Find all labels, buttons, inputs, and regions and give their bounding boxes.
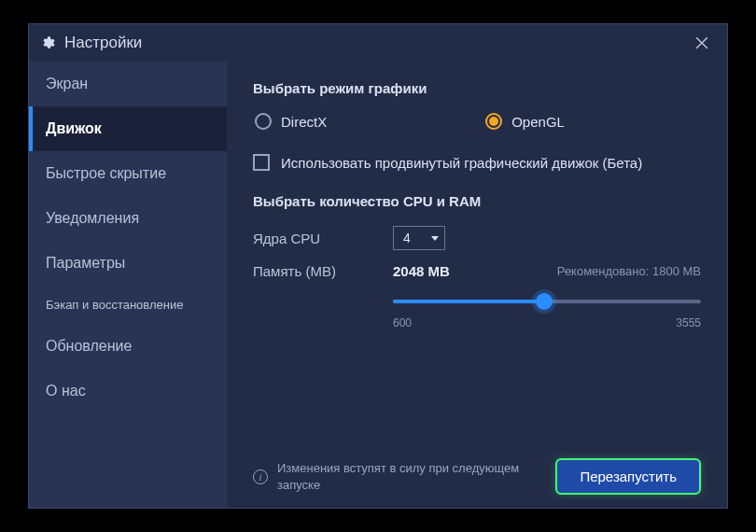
sidebar-item-bosskey[interactable]: Быстрое скрытие bbox=[29, 151, 227, 196]
info-icon: i bbox=[253, 469, 268, 484]
gear-icon bbox=[40, 35, 55, 50]
sidebar-item-label: О нас bbox=[46, 383, 86, 399]
advanced-engine-row: Использовать продвинутый графический дви… bbox=[253, 154, 701, 171]
memory-value: 2048 MB bbox=[393, 263, 450, 279]
sidebar-item-label: Движок bbox=[46, 120, 102, 136]
sidebar-item-label: Уведомления bbox=[46, 210, 139, 226]
sidebar-item-engine[interactable]: Движок bbox=[29, 106, 227, 151]
cpuram-title: Выбрать количество CPU и RAM bbox=[253, 193, 701, 209]
graphics-mode-group: DirectX OpenGL bbox=[253, 113, 701, 130]
advanced-engine-checkbox[interactable] bbox=[253, 154, 270, 171]
radio-label: OpenGL bbox=[511, 114, 565, 130]
slider-min-label: 600 bbox=[393, 316, 412, 329]
slider-thumb[interactable] bbox=[536, 293, 553, 310]
footer: i Изменения вступят в силу при следующем… bbox=[253, 447, 701, 495]
sidebar-item-backup[interactable]: Бэкап и восстановление bbox=[29, 286, 227, 324]
sidebar: Экран Движок Быстрое скрытие Уведомления… bbox=[29, 62, 227, 508]
slider-max-label: 3555 bbox=[676, 316, 701, 329]
graphics-mode-title: Выбрать режим графики bbox=[253, 80, 701, 96]
radio-label: DirectX bbox=[281, 114, 327, 130]
memory-slider[interactable]: 600 3555 bbox=[393, 300, 701, 329]
radio-opengl[interactable]: OpenGL bbox=[485, 113, 565, 130]
cpu-cores-row: Ядра CPU 4 bbox=[253, 226, 701, 250]
radio-icon bbox=[255, 113, 272, 130]
sidebar-item-update[interactable]: Обновление bbox=[29, 324, 227, 369]
sidebar-item-notifications[interactable]: Уведомления bbox=[29, 196, 227, 241]
slider-range-labels: 600 3555 bbox=[393, 316, 701, 329]
restart-button-label: Перезапустить bbox=[580, 469, 677, 484]
sidebar-item-label: Обновление bbox=[46, 338, 132, 354]
close-button[interactable] bbox=[688, 29, 716, 57]
sidebar-item-label: Бэкап и восстановление bbox=[46, 298, 183, 312]
window-title: Настройки bbox=[64, 34, 142, 52]
memory-recommended: Рекомендовано: 1800 MB bbox=[557, 264, 701, 278]
slider-fill bbox=[393, 300, 544, 303]
sidebar-item-screen[interactable]: Экран bbox=[29, 62, 227, 106]
restart-button[interactable]: Перезапустить bbox=[555, 458, 701, 495]
sidebar-item-preferences[interactable]: Параметры bbox=[29, 241, 227, 286]
cpu-cores-value: 4 bbox=[403, 231, 411, 245]
chevron-down-icon bbox=[431, 236, 439, 241]
radio-icon bbox=[485, 113, 502, 130]
window-body: Экран Движок Быстрое скрытие Уведомления… bbox=[29, 62, 727, 508]
memory-row: Память (MB) 2048 MB Рекомендовано: 1800 … bbox=[253, 263, 701, 279]
advanced-engine-label: Использовать продвинутый графический дви… bbox=[281, 155, 642, 171]
cpu-cores-select[interactable]: 4 bbox=[393, 226, 445, 250]
titlebar: Настройки bbox=[29, 24, 727, 62]
radio-directx[interactable]: DirectX bbox=[255, 113, 327, 130]
cpu-cores-label: Ядра CPU bbox=[253, 231, 393, 246]
sidebar-item-label: Быстрое скрытие bbox=[46, 165, 166, 181]
content-panel: Выбрать режим графики DirectX OpenGL Исп… bbox=[227, 62, 727, 508]
sidebar-item-label: Экран bbox=[46, 76, 88, 91]
info-text: Изменения вступят в силу при следующем з… bbox=[277, 460, 539, 493]
sidebar-item-label: Параметры bbox=[46, 255, 125, 271]
memory-label: Память (MB) bbox=[253, 263, 393, 279]
settings-window: Настройки Экран Движок Быстрое скрытие У… bbox=[28, 23, 728, 509]
slider-track bbox=[393, 300, 701, 303]
sidebar-item-about[interactable]: О нас bbox=[29, 369, 227, 413]
